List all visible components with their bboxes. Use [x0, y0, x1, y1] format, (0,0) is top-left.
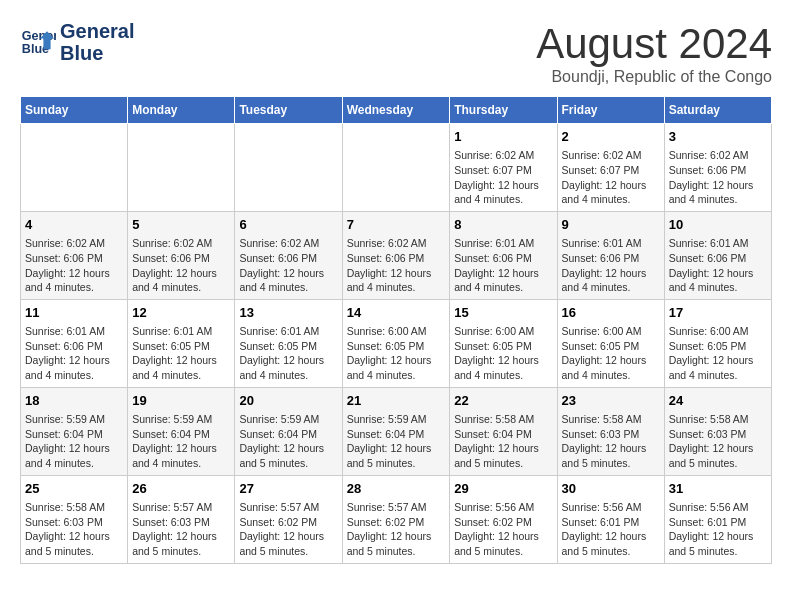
day-number: 14 [347, 304, 446, 322]
calendar-cell: 17Sunrise: 6:00 AM Sunset: 6:05 PM Dayli… [664, 299, 771, 387]
day-info: Sunrise: 5:59 AM Sunset: 6:04 PM Dayligh… [239, 412, 337, 471]
calendar-cell: 16Sunrise: 6:00 AM Sunset: 6:05 PM Dayli… [557, 299, 664, 387]
day-info: Sunrise: 6:01 AM Sunset: 6:06 PM Dayligh… [25, 324, 123, 383]
day-number: 19 [132, 392, 230, 410]
day-info: Sunrise: 5:56 AM Sunset: 6:02 PM Dayligh… [454, 500, 552, 559]
weekday-header-thursday: Thursday [450, 97, 557, 124]
day-number: 27 [239, 480, 337, 498]
day-number: 4 [25, 216, 123, 234]
calendar-cell: 9Sunrise: 6:01 AM Sunset: 6:06 PM Daylig… [557, 211, 664, 299]
day-info: Sunrise: 6:02 AM Sunset: 6:06 PM Dayligh… [239, 236, 337, 295]
day-info: Sunrise: 6:01 AM Sunset: 6:05 PM Dayligh… [132, 324, 230, 383]
weekday-header-saturday: Saturday [664, 97, 771, 124]
logo-icon: General Blue [20, 24, 56, 60]
calendar-cell [342, 124, 450, 212]
calendar-cell: 14Sunrise: 6:00 AM Sunset: 6:05 PM Dayli… [342, 299, 450, 387]
day-number: 23 [562, 392, 660, 410]
calendar-week-2: 4Sunrise: 6:02 AM Sunset: 6:06 PM Daylig… [21, 211, 772, 299]
day-info: Sunrise: 5:59 AM Sunset: 6:04 PM Dayligh… [25, 412, 123, 471]
day-info: Sunrise: 6:02 AM Sunset: 6:07 PM Dayligh… [562, 148, 660, 207]
day-info: Sunrise: 6:01 AM Sunset: 6:06 PM Dayligh… [454, 236, 552, 295]
day-number: 22 [454, 392, 552, 410]
day-number: 11 [25, 304, 123, 322]
calendar-cell: 4Sunrise: 6:02 AM Sunset: 6:06 PM Daylig… [21, 211, 128, 299]
calendar-cell [128, 124, 235, 212]
calendar-cell: 26Sunrise: 5:57 AM Sunset: 6:03 PM Dayli… [128, 475, 235, 563]
day-info: Sunrise: 6:00 AM Sunset: 6:05 PM Dayligh… [454, 324, 552, 383]
weekday-header-friday: Friday [557, 97, 664, 124]
day-info: Sunrise: 5:58 AM Sunset: 6:04 PM Dayligh… [454, 412, 552, 471]
day-number: 26 [132, 480, 230, 498]
calendar-cell: 8Sunrise: 6:01 AM Sunset: 6:06 PM Daylig… [450, 211, 557, 299]
calendar-cell: 18Sunrise: 5:59 AM Sunset: 6:04 PM Dayli… [21, 387, 128, 475]
calendar-cell: 25Sunrise: 5:58 AM Sunset: 6:03 PM Dayli… [21, 475, 128, 563]
calendar-week-5: 25Sunrise: 5:58 AM Sunset: 6:03 PM Dayli… [21, 475, 772, 563]
page-header: General Blue General Blue August 2024 Bo… [20, 20, 772, 86]
day-info: Sunrise: 5:58 AM Sunset: 6:03 PM Dayligh… [669, 412, 767, 471]
day-info: Sunrise: 6:00 AM Sunset: 6:05 PM Dayligh… [347, 324, 446, 383]
calendar-cell: 28Sunrise: 5:57 AM Sunset: 6:02 PM Dayli… [342, 475, 450, 563]
calendar-cell: 3Sunrise: 6:02 AM Sunset: 6:06 PM Daylig… [664, 124, 771, 212]
calendar-cell: 1Sunrise: 6:02 AM Sunset: 6:07 PM Daylig… [450, 124, 557, 212]
title-block: August 2024 Boundji, Republic of the Con… [536, 20, 772, 86]
calendar-cell: 15Sunrise: 6:00 AM Sunset: 6:05 PM Dayli… [450, 299, 557, 387]
day-number: 7 [347, 216, 446, 234]
logo-blue: Blue [60, 42, 134, 64]
day-number: 24 [669, 392, 767, 410]
day-number: 1 [454, 128, 552, 146]
day-number: 5 [132, 216, 230, 234]
day-info: Sunrise: 6:01 AM Sunset: 6:05 PM Dayligh… [239, 324, 337, 383]
calendar-week-3: 11Sunrise: 6:01 AM Sunset: 6:06 PM Dayli… [21, 299, 772, 387]
day-info: Sunrise: 5:59 AM Sunset: 6:04 PM Dayligh… [347, 412, 446, 471]
calendar-week-1: 1Sunrise: 6:02 AM Sunset: 6:07 PM Daylig… [21, 124, 772, 212]
day-number: 20 [239, 392, 337, 410]
day-info: Sunrise: 5:58 AM Sunset: 6:03 PM Dayligh… [25, 500, 123, 559]
calendar-cell: 13Sunrise: 6:01 AM Sunset: 6:05 PM Dayli… [235, 299, 342, 387]
logo: General Blue General Blue [20, 20, 134, 64]
day-number: 9 [562, 216, 660, 234]
calendar-cell: 23Sunrise: 5:58 AM Sunset: 6:03 PM Dayli… [557, 387, 664, 475]
day-info: Sunrise: 6:02 AM Sunset: 6:06 PM Dayligh… [25, 236, 123, 295]
day-number: 8 [454, 216, 552, 234]
calendar-cell: 11Sunrise: 6:01 AM Sunset: 6:06 PM Dayli… [21, 299, 128, 387]
day-info: Sunrise: 5:56 AM Sunset: 6:01 PM Dayligh… [669, 500, 767, 559]
day-info: Sunrise: 5:56 AM Sunset: 6:01 PM Dayligh… [562, 500, 660, 559]
day-info: Sunrise: 6:00 AM Sunset: 6:05 PM Dayligh… [562, 324, 660, 383]
calendar-cell: 24Sunrise: 5:58 AM Sunset: 6:03 PM Dayli… [664, 387, 771, 475]
day-info: Sunrise: 6:02 AM Sunset: 6:07 PM Dayligh… [454, 148, 552, 207]
day-number: 21 [347, 392, 446, 410]
calendar-header-row: SundayMondayTuesdayWednesdayThursdayFrid… [21, 97, 772, 124]
day-info: Sunrise: 5:59 AM Sunset: 6:04 PM Dayligh… [132, 412, 230, 471]
calendar-cell: 5Sunrise: 6:02 AM Sunset: 6:06 PM Daylig… [128, 211, 235, 299]
day-number: 28 [347, 480, 446, 498]
location-subtitle: Boundji, Republic of the Congo [536, 68, 772, 86]
calendar-cell [235, 124, 342, 212]
day-info: Sunrise: 5:57 AM Sunset: 6:02 PM Dayligh… [239, 500, 337, 559]
month-title: August 2024 [536, 20, 772, 68]
day-number: 13 [239, 304, 337, 322]
day-number: 12 [132, 304, 230, 322]
weekday-header-wednesday: Wednesday [342, 97, 450, 124]
day-info: Sunrise: 6:00 AM Sunset: 6:05 PM Dayligh… [669, 324, 767, 383]
day-number: 6 [239, 216, 337, 234]
logo-general: General [60, 20, 134, 42]
day-number: 18 [25, 392, 123, 410]
calendar-cell: 2Sunrise: 6:02 AM Sunset: 6:07 PM Daylig… [557, 124, 664, 212]
weekday-header-monday: Monday [128, 97, 235, 124]
day-info: Sunrise: 5:57 AM Sunset: 6:03 PM Dayligh… [132, 500, 230, 559]
day-number: 25 [25, 480, 123, 498]
day-info: Sunrise: 6:02 AM Sunset: 6:06 PM Dayligh… [132, 236, 230, 295]
day-info: Sunrise: 6:02 AM Sunset: 6:06 PM Dayligh… [347, 236, 446, 295]
weekday-header-tuesday: Tuesday [235, 97, 342, 124]
calendar-cell: 10Sunrise: 6:01 AM Sunset: 6:06 PM Dayli… [664, 211, 771, 299]
day-info: Sunrise: 6:01 AM Sunset: 6:06 PM Dayligh… [562, 236, 660, 295]
calendar-cell: 21Sunrise: 5:59 AM Sunset: 6:04 PM Dayli… [342, 387, 450, 475]
day-number: 17 [669, 304, 767, 322]
day-number: 2 [562, 128, 660, 146]
day-number: 16 [562, 304, 660, 322]
day-info: Sunrise: 5:57 AM Sunset: 6:02 PM Dayligh… [347, 500, 446, 559]
day-info: Sunrise: 6:02 AM Sunset: 6:06 PM Dayligh… [669, 148, 767, 207]
weekday-header-sunday: Sunday [21, 97, 128, 124]
calendar-week-4: 18Sunrise: 5:59 AM Sunset: 6:04 PM Dayli… [21, 387, 772, 475]
day-number: 10 [669, 216, 767, 234]
